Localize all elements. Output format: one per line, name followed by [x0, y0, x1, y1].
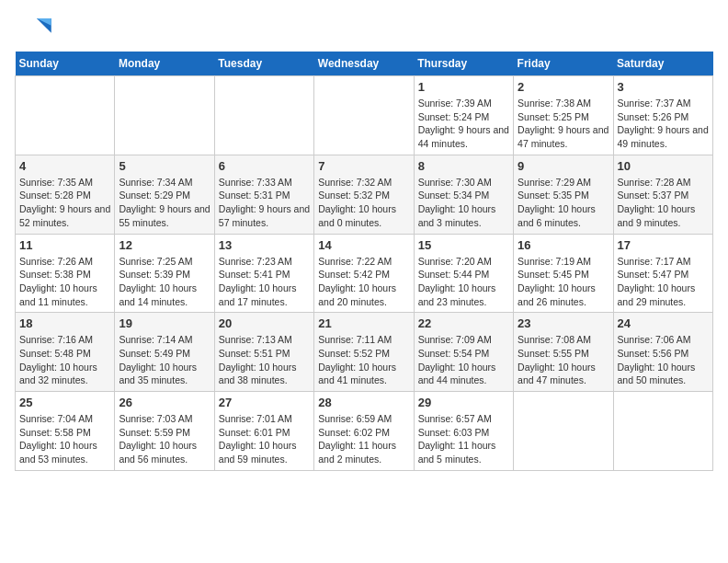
day-number: 10 — [618, 159, 709, 173]
day-number: 18 — [19, 316, 110, 330]
day-info: Sunrise: 7:20 AM Sunset: 5:44 PM Dayligh… — [418, 255, 509, 309]
calendar-cell: 20Sunrise: 7:13 AM Sunset: 5:51 PM Dayli… — [214, 313, 313, 392]
calendar-cell: 14Sunrise: 7:22 AM Sunset: 5:42 PM Dayli… — [314, 234, 414, 313]
weekday-header-cell: Friday — [514, 52, 613, 76]
day-number: 6 — [219, 159, 310, 173]
calendar-cell: 18Sunrise: 7:16 AM Sunset: 5:48 PM Dayli… — [16, 313, 115, 392]
day-number: 21 — [318, 316, 409, 330]
calendar-cell: 9Sunrise: 7:29 AM Sunset: 5:35 PM Daylig… — [514, 155, 613, 234]
page-header — [15, 15, 713, 42]
calendar-cell: 29Sunrise: 6:57 AM Sunset: 6:03 PM Dayli… — [414, 392, 513, 471]
day-info: Sunrise: 7:13 AM Sunset: 5:51 PM Dayligh… — [219, 333, 310, 387]
calendar-cell — [613, 392, 712, 471]
day-number: 27 — [219, 396, 310, 409]
day-number: 24 — [618, 316, 709, 330]
calendar-cell: 25Sunrise: 7:04 AM Sunset: 5:58 PM Dayli… — [16, 392, 115, 471]
day-number: 23 — [518, 316, 609, 330]
calendar-cell — [314, 76, 414, 155]
day-info: Sunrise: 7:35 AM Sunset: 5:28 PM Dayligh… — [19, 176, 110, 230]
day-info: Sunrise: 7:28 AM Sunset: 5:37 PM Dayligh… — [618, 176, 709, 230]
day-info: Sunrise: 7:11 AM Sunset: 5:52 PM Dayligh… — [318, 333, 409, 387]
calendar-cell: 27Sunrise: 7:01 AM Sunset: 6:01 PM Dayli… — [214, 392, 313, 471]
day-info: Sunrise: 7:17 AM Sunset: 5:47 PM Dayligh… — [618, 255, 709, 309]
calendar-cell: 22Sunrise: 7:09 AM Sunset: 5:54 PM Dayli… — [414, 313, 513, 392]
day-info: Sunrise: 7:38 AM Sunset: 5:25 PM Dayligh… — [518, 97, 609, 151]
calendar-cell: 6Sunrise: 7:33 AM Sunset: 5:31 PM Daylig… — [214, 155, 313, 234]
calendar-cell: 7Sunrise: 7:32 AM Sunset: 5:32 PM Daylig… — [314, 155, 414, 234]
calendar-cell: 21Sunrise: 7:11 AM Sunset: 5:52 PM Dayli… — [314, 313, 414, 392]
day-number: 20 — [219, 316, 310, 330]
calendar-cell — [214, 76, 313, 155]
calendar-cell: 16Sunrise: 7:19 AM Sunset: 5:45 PM Dayli… — [514, 234, 613, 313]
calendar-cell: 23Sunrise: 7:08 AM Sunset: 5:55 PM Dayli… — [514, 313, 613, 392]
day-number: 12 — [119, 238, 210, 252]
weekday-header-cell: Tuesday — [214, 52, 313, 76]
day-number: 11 — [19, 238, 110, 252]
calendar-cell: 13Sunrise: 7:23 AM Sunset: 5:41 PM Dayli… — [214, 234, 313, 313]
calendar-cell: 8Sunrise: 7:30 AM Sunset: 5:34 PM Daylig… — [414, 155, 513, 234]
day-info: Sunrise: 7:33 AM Sunset: 5:31 PM Dayligh… — [219, 176, 310, 230]
day-info: Sunrise: 6:57 AM Sunset: 6:03 PM Dayligh… — [418, 412, 509, 466]
day-number: 29 — [418, 396, 509, 409]
day-number: 8 — [418, 159, 509, 173]
day-number: 17 — [618, 238, 709, 252]
calendar-cell: 24Sunrise: 7:06 AM Sunset: 5:56 PM Dayli… — [613, 313, 712, 392]
calendar-cell: 5Sunrise: 7:34 AM Sunset: 5:29 PM Daylig… — [115, 155, 214, 234]
logo — [15, 15, 51, 42]
calendar-cell — [16, 76, 115, 155]
day-info: Sunrise: 7:29 AM Sunset: 5:35 PM Dayligh… — [518, 176, 609, 230]
calendar-cell: 19Sunrise: 7:14 AM Sunset: 5:49 PM Dayli… — [115, 313, 214, 392]
calendar-week-row: 1Sunrise: 7:39 AM Sunset: 5:24 PM Daylig… — [16, 76, 713, 155]
day-info: Sunrise: 6:59 AM Sunset: 6:02 PM Dayligh… — [318, 412, 409, 466]
day-info: Sunrise: 7:03 AM Sunset: 5:59 PM Dayligh… — [119, 412, 210, 466]
calendar-cell: 26Sunrise: 7:03 AM Sunset: 5:59 PM Dayli… — [115, 392, 214, 471]
day-number: 19 — [119, 316, 210, 330]
calendar-cell: 12Sunrise: 7:25 AM Sunset: 5:39 PM Dayli… — [115, 234, 214, 313]
calendar-week-row: 18Sunrise: 7:16 AM Sunset: 5:48 PM Dayli… — [16, 313, 713, 392]
calendar-cell: 11Sunrise: 7:26 AM Sunset: 5:38 PM Dayli… — [16, 234, 115, 313]
calendar-cell: 17Sunrise: 7:17 AM Sunset: 5:47 PM Dayli… — [613, 234, 712, 313]
day-number: 2 — [518, 80, 609, 94]
calendar-cell: 15Sunrise: 7:20 AM Sunset: 5:44 PM Dayli… — [414, 234, 513, 313]
day-number: 22 — [418, 316, 509, 330]
day-number: 28 — [318, 396, 409, 409]
weekday-header-cell: Thursday — [414, 52, 513, 76]
calendar-table: SundayMondayTuesdayWednesdayThursdayFrid… — [15, 52, 713, 471]
day-number: 3 — [618, 80, 709, 94]
calendar-week-row: 4Sunrise: 7:35 AM Sunset: 5:28 PM Daylig… — [16, 155, 713, 234]
weekday-header-cell: Wednesday — [314, 52, 414, 76]
day-info: Sunrise: 7:25 AM Sunset: 5:39 PM Dayligh… — [119, 255, 210, 309]
day-info: Sunrise: 7:09 AM Sunset: 5:54 PM Dayligh… — [418, 333, 509, 387]
calendar-cell: 3Sunrise: 7:37 AM Sunset: 5:26 PM Daylig… — [613, 76, 712, 155]
calendar-week-row: 25Sunrise: 7:04 AM Sunset: 5:58 PM Dayli… — [16, 392, 713, 471]
day-info: Sunrise: 7:26 AM Sunset: 5:38 PM Dayligh… — [19, 255, 110, 309]
calendar-cell: 28Sunrise: 6:59 AM Sunset: 6:02 PM Dayli… — [314, 392, 414, 471]
logo-icon — [15, 15, 51, 42]
day-info: Sunrise: 7:06 AM Sunset: 5:56 PM Dayligh… — [618, 333, 709, 387]
calendar-cell — [514, 392, 613, 471]
day-number: 9 — [518, 159, 609, 173]
day-number: 5 — [119, 159, 210, 173]
day-number: 14 — [318, 238, 409, 252]
day-info: Sunrise: 7:04 AM Sunset: 5:58 PM Dayligh… — [19, 412, 110, 466]
day-number: 26 — [119, 396, 210, 409]
day-info: Sunrise: 7:01 AM Sunset: 6:01 PM Dayligh… — [219, 412, 310, 466]
calendar-cell: 4Sunrise: 7:35 AM Sunset: 5:28 PM Daylig… — [16, 155, 115, 234]
weekday-header-cell: Saturday — [613, 52, 712, 76]
calendar-body: 1Sunrise: 7:39 AM Sunset: 5:24 PM Daylig… — [16, 76, 713, 471]
calendar-week-row: 11Sunrise: 7:26 AM Sunset: 5:38 PM Dayli… — [16, 234, 713, 313]
day-info: Sunrise: 7:22 AM Sunset: 5:42 PM Dayligh… — [318, 255, 409, 309]
weekday-header-cell: Monday — [115, 52, 214, 76]
day-info: Sunrise: 7:39 AM Sunset: 5:24 PM Dayligh… — [418, 97, 509, 151]
day-info: Sunrise: 7:23 AM Sunset: 5:41 PM Dayligh… — [219, 255, 310, 309]
day-number: 7 — [318, 159, 409, 173]
calendar-cell: 10Sunrise: 7:28 AM Sunset: 5:37 PM Dayli… — [613, 155, 712, 234]
day-number: 15 — [418, 238, 509, 252]
day-info: Sunrise: 7:30 AM Sunset: 5:34 PM Dayligh… — [418, 176, 509, 230]
day-info: Sunrise: 7:37 AM Sunset: 5:26 PM Dayligh… — [618, 97, 709, 151]
day-info: Sunrise: 7:08 AM Sunset: 5:55 PM Dayligh… — [518, 333, 609, 387]
day-info: Sunrise: 7:19 AM Sunset: 5:45 PM Dayligh… — [518, 255, 609, 309]
day-number: 16 — [518, 238, 609, 252]
day-info: Sunrise: 7:34 AM Sunset: 5:29 PM Dayligh… — [119, 176, 210, 230]
calendar-cell — [115, 76, 214, 155]
